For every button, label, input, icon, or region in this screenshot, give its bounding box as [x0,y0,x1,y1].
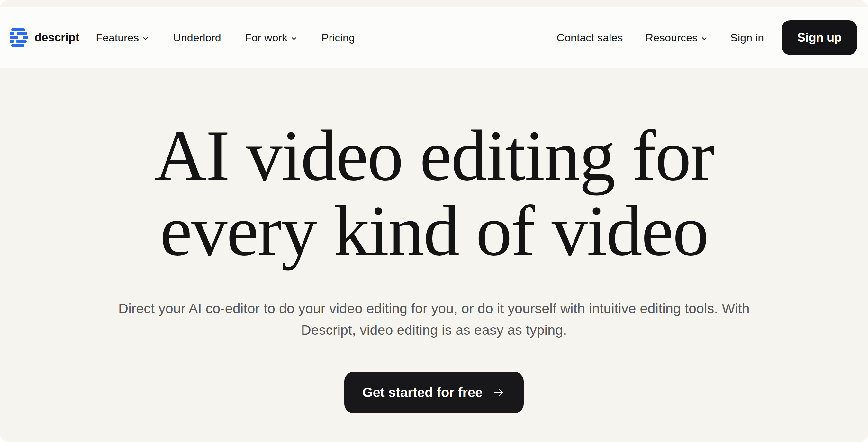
get-started-button[interactable]: Get started for free [344,372,524,413]
nav-right-group: Contact sales Resources Sign in Sign up [557,20,857,55]
chevron-down-icon [290,35,298,42]
hero-description: Direct your AI co-editor to do your vide… [71,298,797,341]
nav-item-label: Features [96,32,139,44]
nav-item-for-work[interactable]: For work [245,32,298,44]
nav-item-contact-sales[interactable]: Contact sales [557,32,623,44]
nav-item-pricing[interactable]: Pricing [321,32,355,44]
nav-item-label: Sign in [731,32,764,44]
hero-heading-line1: AI video editing for [0,118,868,193]
top-navigation: descript Features Underlord For work Pri… [0,7,868,68]
nav-item-label: For work [245,32,287,44]
sign-up-button[interactable]: Sign up [782,20,857,55]
hero-section: AI video editing for every kind of video… [0,118,868,413]
nav-item-sign-in[interactable]: Sign in [731,32,764,44]
get-started-label: Get started for free [362,385,483,400]
page-container: descript Features Underlord For work Pri… [0,0,868,442]
descript-logo[interactable]: descript [10,28,79,47]
hero-heading-line2: every kind of video [0,193,868,268]
hero-description-line1: Direct your AI co-editor to do your vide… [71,298,797,319]
nav-item-underlord[interactable]: Underlord [173,32,221,44]
arrow-right-icon [492,385,506,400]
descript-logo-icon [10,28,30,47]
nav-item-resources[interactable]: Resources [646,32,708,44]
hero-description-line2: Descript, video editing is as easy as ty… [71,319,797,341]
nav-item-label: Pricing [321,32,355,44]
chevron-down-icon [142,35,149,42]
hero-heading: AI video editing for every kind of video [0,118,868,268]
chevron-down-icon [701,35,708,42]
nav-left-group: descript Features Underlord For work Pri… [10,28,355,47]
brand-wordmark: descript [34,31,79,44]
nav-item-label: Contact sales [557,32,623,44]
nav-item-label: Resources [646,32,698,44]
nav-item-features[interactable]: Features [96,32,149,44]
primary-nav: Features Underlord For work Pricing [96,32,355,44]
nav-item-label: Underlord [173,32,221,44]
